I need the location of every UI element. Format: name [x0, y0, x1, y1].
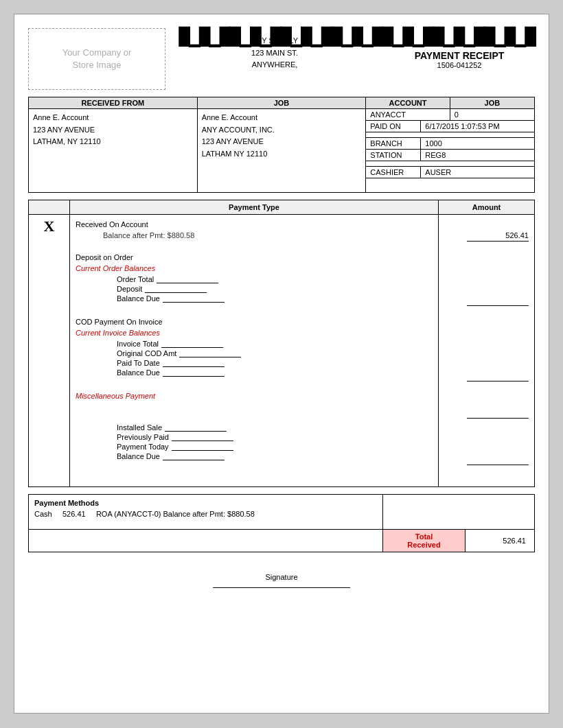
- balance-due-cod-row: Balance Due: [117, 368, 433, 377]
- spacer-row2: [366, 161, 534, 167]
- order-total-label: Order Total: [117, 275, 154, 283]
- invoice-total-field: [161, 340, 223, 348]
- order-total-field: [157, 275, 218, 283]
- header-section: Your Company or Store Image ANY SUPPLY 1…: [28, 28, 535, 90]
- paid-to-date-field: [163, 359, 225, 367]
- received-from-header: RECEIVED FROM: [29, 97, 197, 109]
- job-name: Anne E. Account: [202, 112, 362, 124]
- branch-row: BRANCH 1000: [366, 138, 534, 150]
- account-value: ANYACCT: [366, 109, 450, 120]
- amount-installed: [444, 456, 529, 465]
- amount-cell: 526.41: [439, 215, 535, 487]
- received-from-city: LATHAM, NY 12110: [33, 136, 193, 148]
- job-content: Anne E. Account ANY ACCOUNT, INC. 123 AN…: [198, 109, 366, 163]
- payment-methods-right: [383, 495, 534, 529]
- barcode: █▁█▁██▁█▁██▁█▁██▁█▁██▁█▁██▁█▁██▁█▁█: [179, 28, 535, 47]
- deposit-field: [145, 285, 207, 293]
- right-spacer: [383, 495, 534, 529]
- payment-method-desc: ROA (ANYACCT-0) Balance after Pmt: $880.…: [96, 510, 255, 518]
- branch-label: BRANCH: [366, 138, 421, 149]
- job-header: JOB: [198, 97, 366, 109]
- payment-type-cell: Received On Account Balance after Pmt: $…: [70, 215, 439, 487]
- col-check-header: [29, 200, 70, 215]
- job-col-header: JOB: [450, 97, 534, 108]
- amount-installed-field: [467, 456, 529, 465]
- station-label: STATION: [366, 150, 421, 161]
- paid-on-label: PAID ON: [366, 121, 421, 132]
- job-city: LATHAM NY 12110: [202, 148, 362, 161]
- info-section: RECEIVED FROM Anne E. Account 123 ANY AV…: [28, 97, 535, 193]
- balance-due-cod-label: Balance Due: [117, 368, 160, 377]
- spacer-deposit: [444, 243, 529, 295]
- original-cod-row: Original COD Amt: [117, 349, 433, 357]
- total-received-label-box: Total Received: [383, 530, 466, 552]
- amount-misc: [444, 409, 529, 419]
- deposit-row: Deposit: [117, 285, 433, 293]
- deposit-label: Deposit: [117, 285, 142, 293]
- total-received-label: Total Received: [407, 532, 440, 549]
- installed-sale-field: [165, 423, 227, 432]
- payment-method: Cash: [34, 510, 52, 518]
- cashier-label: CASHIER: [366, 167, 421, 178]
- receipt-page: Your Company or Store Image ANY SUPPLY 1…: [14, 14, 549, 714]
- current-invoice-balances: Current Invoice Balances: [76, 329, 433, 337]
- balance-due-installed-row: Balance Due: [117, 452, 433, 460]
- payment-today-field: [172, 443, 233, 451]
- previously-paid-label: Previously Paid: [117, 433, 169, 441]
- signature-line: [213, 587, 350, 588]
- amount-cod: [444, 372, 529, 381]
- balance-due-installed-field: [163, 452, 225, 460]
- cod-payment-label: COD Payment On Invoice: [76, 318, 433, 326]
- receipt-title: PAYMENT RECEIPT: [384, 50, 535, 61]
- company-image-text: Your Company or Store Image: [62, 47, 132, 71]
- payment-methods-title: Payment Methods: [34, 499, 377, 507]
- received-from-name: Anne E. Account: [33, 112, 193, 124]
- amount-roa-underline: 526.41: [467, 231, 529, 242]
- order-total-row: Order Total: [117, 275, 433, 283]
- spacer-misc: [444, 383, 529, 408]
- job-company: ANY ACCOUNT, INC.: [202, 124, 362, 137]
- received-on-account-label: Received On Account: [76, 220, 433, 228]
- payment-today-row: Payment Today: [117, 443, 433, 451]
- station-row: STATION REG8: [366, 150, 534, 161]
- spacer-cod: [444, 307, 529, 371]
- account-block: ACCOUNT JOB ANYACCT 0 PAID ON 6/17/2015 …: [366, 97, 534, 192]
- company-image: Your Company or Store Image: [28, 28, 165, 90]
- balance-after-pmt: Balance after Pmt: $880.58: [103, 231, 433, 239]
- total-received-section: Total Received 526.41: [28, 529, 535, 552]
- account-col-header: ACCOUNT: [366, 97, 450, 108]
- signature-label: Signature: [28, 573, 535, 581]
- amount-cod-field: [467, 372, 529, 381]
- payment-method-amount: 526.41: [62, 510, 86, 518]
- balance-due-order-field: [163, 294, 225, 303]
- balance-due-order-row: Balance Due: [117, 294, 433, 303]
- spacer-installed: [444, 420, 529, 454]
- branch-value: 1000: [421, 138, 534, 149]
- payment-table: Payment Type Amount X Received On Accoun…: [28, 200, 535, 487]
- receipt-number: 1506-041252: [384, 61, 535, 69]
- amount-deposit: [444, 296, 529, 306]
- station-value: REG8: [421, 150, 534, 161]
- received-from-block: RECEIVED FROM Anne E. Account 123 ANY AV…: [29, 97, 198, 192]
- previously-paid-field: [172, 433, 233, 441]
- cashier-value: AUSER: [421, 167, 534, 178]
- received-from-address1: 123 ANY AVENUE: [33, 124, 193, 137]
- job-value: 0: [450, 109, 534, 120]
- header-right: █▁█▁██▁█▁██▁█▁██▁█▁██▁█▁██▁█▁██▁█▁█ PAYM…: [384, 28, 535, 69]
- bottom-spacer: [366, 178, 534, 192]
- company-address1: 123 MAIN ST.: [165, 47, 384, 60]
- paid-to-date-row: Paid To Date: [117, 359, 433, 367]
- deposit-on-order-label: Deposit on Order: [76, 253, 433, 261]
- x-mark: X: [44, 218, 55, 235]
- company-address2: ANYWHERE,: [165, 59, 384, 71]
- original-cod-field: [179, 349, 241, 357]
- job-block: JOB Anne E. Account ANY ACCOUNT, INC. 12…: [198, 97, 367, 192]
- payment-row: X Received On Account Balance after Pmt:…: [29, 215, 535, 487]
- total-received-amount: 526.41: [466, 530, 534, 552]
- invoice-total-label: Invoice Total: [117, 340, 159, 348]
- payment-method-row: Cash 526.41 ROA (ANYACCT-0) Balance afte…: [34, 510, 377, 518]
- installed-sale-row: Installed Sale: [117, 423, 433, 432]
- spacer-row: [366, 132, 534, 138]
- paid-on-value: 6/17/2015 1:07:53 PM: [421, 121, 534, 132]
- payment-methods-left: Payment Methods Cash 526.41 ROA (ANYACCT…: [29, 495, 383, 529]
